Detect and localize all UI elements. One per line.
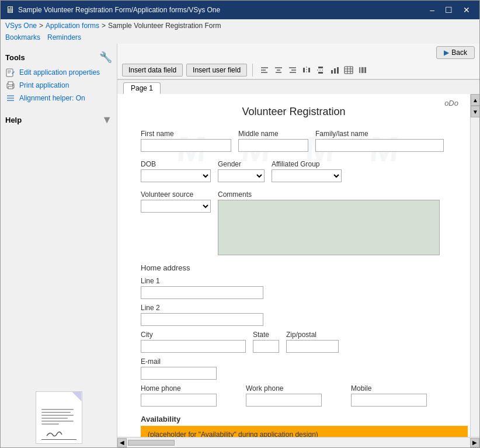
vertical-scrollbar[interactable]: ▲ ▼ xyxy=(470,94,479,437)
name-row: First name Middle name Family/last name xyxy=(141,130,447,152)
svg-rect-22 xyxy=(308,68,310,72)
comments-label: Comments xyxy=(218,190,440,199)
print-application-link[interactable]: Print application xyxy=(5,79,112,92)
email-input[interactable] xyxy=(141,367,217,380)
phone-row: Home phone Work phone Mobile xyxy=(141,384,447,407)
volunteer-source-select[interactable] xyxy=(141,200,211,213)
mobile-input[interactable] xyxy=(351,394,427,407)
align-left-icon[interactable] xyxy=(258,64,271,77)
email-row: E-mail xyxy=(141,357,447,380)
toolbar-icons xyxy=(258,64,369,77)
app-icon: 🖥 xyxy=(5,5,15,15)
volunteer-source-field: Volunteer source xyxy=(141,190,211,213)
dob-select[interactable] xyxy=(141,169,211,182)
page-1-tab[interactable]: Page 1 xyxy=(123,82,161,94)
email-label: E-mail xyxy=(141,357,447,366)
first-name-label: First name xyxy=(141,130,231,138)
volunteer-source-label: Volunteer source xyxy=(141,190,211,199)
toolbar-separator xyxy=(252,64,253,77)
breadcrumb-vsys-one[interactable]: VSys One xyxy=(5,22,37,30)
comments-textarea[interactable] xyxy=(218,200,440,255)
maximize-button[interactable]: ☐ xyxy=(440,2,457,18)
svg-rect-37 xyxy=(362,67,363,73)
mobile-label: Mobile xyxy=(351,384,427,393)
back-arrow-icon: ▶ xyxy=(444,48,449,57)
edit-app-properties-label: Edit application properties xyxy=(19,68,100,77)
availability-placeholder: (placeholder for "Availability" during a… xyxy=(141,426,468,437)
gender-select[interactable] xyxy=(218,169,265,182)
edit-icon xyxy=(5,67,16,78)
reminders-link[interactable]: Reminders xyxy=(47,33,81,41)
breadcrumb-app-forms[interactable]: Application forms xyxy=(46,22,99,30)
work-phone-field: Work phone xyxy=(246,384,322,407)
city-input[interactable] xyxy=(141,340,246,353)
barcode-icon[interactable] xyxy=(356,64,369,77)
svg-rect-39 xyxy=(365,67,366,73)
close-button[interactable]: ✕ xyxy=(458,2,475,18)
page-tabs: Page 1 xyxy=(117,80,479,94)
breadcrumb-sep-2: > xyxy=(102,22,106,30)
back-button[interactable]: ▶ Back xyxy=(436,46,475,59)
horizontal-scrollbar[interactable]: ◀ ▶ xyxy=(117,437,479,447)
sidebar: Tools 🔧 Edit application properties xyxy=(1,44,117,447)
middle-name-input[interactable] xyxy=(238,139,308,152)
state-label: State xyxy=(253,331,279,339)
zip-postal-input[interactable] xyxy=(286,340,339,353)
tools-section-title: Tools 🔧 xyxy=(5,51,112,64)
window-controls: – ☐ ✕ xyxy=(425,2,475,18)
chart-icon[interactable] xyxy=(328,64,341,77)
svg-rect-36 xyxy=(361,67,361,73)
title-bar: 🖥 Sample Volunteer Registration Form/App… xyxy=(1,1,479,19)
mobile-field: Mobile xyxy=(351,384,427,407)
svg-rect-25 xyxy=(318,72,323,74)
back-label: Back xyxy=(451,48,467,57)
state-field: State xyxy=(253,331,279,353)
zip-postal-field: Zip/postal xyxy=(286,331,339,353)
form-content-area: MMMM oDo Volunteer Registration Fir xyxy=(117,94,470,437)
bookmarks-bar: Bookmarks Reminders xyxy=(1,32,479,44)
middle-name-field: Middle name xyxy=(238,130,308,152)
document-preview-icon xyxy=(5,380,112,444)
alignment-icon xyxy=(5,93,16,103)
first-name-field: First name xyxy=(141,130,231,152)
home-address-title: Home address xyxy=(141,263,447,272)
table-icon[interactable] xyxy=(342,64,355,77)
work-phone-label: Work phone xyxy=(246,384,322,393)
family-last-name-input[interactable] xyxy=(315,139,444,152)
align-right-icon[interactable] xyxy=(286,64,299,77)
affiliated-group-label: Affiliated Group xyxy=(272,160,342,168)
affiliated-group-field: Affiliated Group xyxy=(272,160,342,182)
alignment-helper-link[interactable]: Alignment helper: On xyxy=(5,92,112,105)
svg-rect-38 xyxy=(364,67,364,73)
first-name-input[interactable] xyxy=(141,139,231,152)
home-phone-label: Home phone xyxy=(141,384,217,393)
edit-app-properties-link[interactable]: Edit application properties xyxy=(5,66,112,79)
svg-rect-21 xyxy=(303,68,305,72)
bookmarks-link[interactable]: Bookmarks xyxy=(5,33,40,41)
svg-rect-29 xyxy=(337,67,339,74)
gender-label: Gender xyxy=(218,160,265,168)
line1-input[interactable] xyxy=(141,286,263,299)
distribute-h-icon[interactable] xyxy=(300,64,313,77)
distribute-v-icon[interactable] xyxy=(314,64,327,77)
breadcrumb-current: Sample Volunteer Registration Form xyxy=(108,22,221,30)
home-phone-input[interactable] xyxy=(141,394,217,407)
svg-rect-27 xyxy=(331,70,333,74)
city-field: City xyxy=(141,331,246,353)
breadcrumb-bar: VSys One > Application forms > Sample Vo… xyxy=(1,19,479,32)
work-phone-input[interactable] xyxy=(246,394,322,407)
zip-postal-label: Zip/postal xyxy=(286,331,339,339)
insert-user-field-button[interactable]: Insert user field xyxy=(186,64,247,77)
affiliated-group-select[interactable] xyxy=(272,169,342,182)
svg-rect-28 xyxy=(334,68,336,74)
minimize-button[interactable]: – xyxy=(425,2,439,18)
breadcrumb-sep-1: > xyxy=(39,22,43,30)
family-last-name-label: Family/last name xyxy=(315,130,444,138)
align-center-icon[interactable] xyxy=(272,64,285,77)
line2-input[interactable] xyxy=(141,313,263,326)
state-input[interactable] xyxy=(253,340,279,353)
window-title: Sample Volunteer Registration Form/Appli… xyxy=(18,6,422,14)
dob-row: DOB Gender xyxy=(141,160,447,182)
insert-data-field-button[interactable]: Insert data field xyxy=(122,64,183,77)
form-title: Volunteer Registration xyxy=(141,106,447,118)
